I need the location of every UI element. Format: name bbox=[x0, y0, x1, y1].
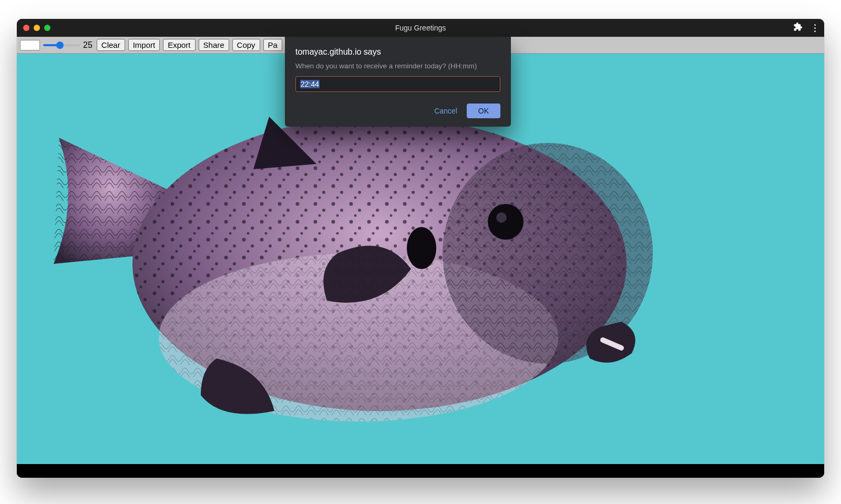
svg-point-10 bbox=[496, 212, 507, 223]
prompt-dialog: tomayac.github.io says When do you want … bbox=[285, 37, 511, 127]
maximize-window-button[interactable] bbox=[44, 25, 50, 31]
close-window-button[interactable] bbox=[23, 25, 29, 31]
paste-button[interactable]: Pa bbox=[263, 39, 282, 51]
dialog-input-value: 22:44 bbox=[300, 80, 320, 88]
canvas-image bbox=[43, 75, 684, 443]
color-picker[interactable] bbox=[20, 40, 40, 50]
ok-button[interactable]: OK bbox=[467, 104, 500, 118]
clear-button[interactable]: Clear bbox=[97, 39, 125, 51]
dialog-title: tomayac.github.io says bbox=[295, 47, 500, 57]
menu-icon[interactable] bbox=[812, 24, 818, 32]
titlebar: Fugu Greetings bbox=[17, 19, 824, 37]
brush-size-slider[interactable] bbox=[43, 40, 80, 50]
window-controls bbox=[23, 25, 50, 31]
share-button[interactable]: Share bbox=[199, 39, 229, 51]
dialog-input[interactable]: 22:44 bbox=[295, 76, 500, 92]
brush-size-value: 25 bbox=[83, 40, 93, 50]
app-window: Fugu Greetings 25 Clear Import Export Sh… bbox=[17, 19, 824, 478]
cancel-button[interactable]: Cancel bbox=[434, 107, 457, 115]
copy-button[interactable]: Copy bbox=[232, 39, 260, 51]
extensions-icon[interactable] bbox=[793, 22, 803, 34]
bottom-border bbox=[17, 464, 824, 478]
svg-point-9 bbox=[488, 204, 524, 240]
dialog-message: When do you want to receive a reminder t… bbox=[295, 62, 500, 70]
export-button[interactable]: Export bbox=[163, 39, 195, 51]
page-title: Fugu Greetings bbox=[395, 24, 446, 32]
minimize-window-button[interactable] bbox=[34, 25, 40, 31]
svg-point-11 bbox=[407, 227, 436, 269]
import-button[interactable]: Import bbox=[128, 39, 160, 51]
